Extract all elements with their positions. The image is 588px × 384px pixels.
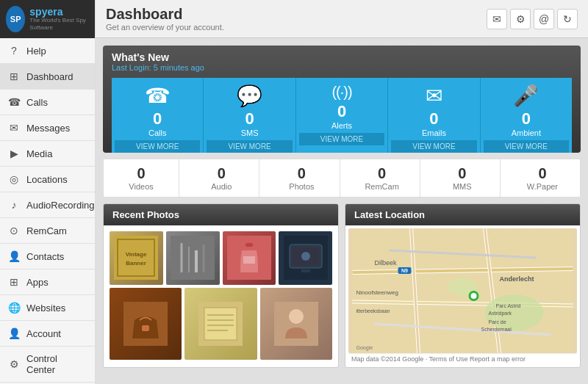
logo-text: spyera	[29, 7, 89, 17]
main-content: Dashboard Get an overview of your accoun…	[96, 0, 588, 384]
audio-count: 0	[187, 165, 256, 182]
svg-rect-10	[245, 243, 253, 247]
stat-alerts: ((·)) 0 Alerts VIEW MORE	[296, 78, 388, 153]
top-bar: Dashboard Get an overview of your accoun…	[96, 0, 588, 38]
photo-4[interactable]	[279, 231, 332, 285]
stat-alerts-label: Alerts	[299, 121, 384, 130]
mms-label: MMS	[428, 182, 497, 191]
latest-location-header: Latest Location	[345, 204, 580, 225]
photos-label: Photos	[267, 182, 336, 191]
stat-calls-label: Calls	[115, 128, 200, 137]
photo-3[interactable]	[223, 231, 276, 285]
sidebar-label-locations: Locations	[26, 174, 68, 185]
videos-label: Videos	[107, 182, 176, 191]
whats-new-section: What's New Last Login: 5 minutes ago ☎ 0…	[103, 46, 581, 153]
stat-alerts-icon: ((·))	[299, 84, 384, 101]
mms-count: 0	[428, 165, 497, 182]
secondary-stats-row: 0 Videos 0 Audio 0 Photos 0 RemCam 0 MMS…	[103, 159, 581, 198]
ambient-view-more[interactable]: VIEW MORE	[484, 140, 569, 153]
stat-sms-count: 0	[207, 109, 292, 128]
whats-new-title: What's New	[112, 51, 572, 63]
photos-count: 0	[267, 165, 336, 182]
svg-text:Vintage: Vintage	[126, 251, 147, 258]
sidebar-item-apps[interactable]: ⊞ Apps	[0, 269, 95, 295]
sidebar-item-messages[interactable]: ✉ Messages	[0, 115, 95, 141]
svg-text:Banner: Banner	[126, 260, 147, 267]
svg-text:Anderlecht: Anderlecht	[500, 275, 534, 283]
refresh-button[interactable]: ↻	[557, 9, 578, 29]
sidebar-item-remcam[interactable]: ⊙ RemCam	[0, 218, 95, 244]
map-footer: Map data ©2014 Google · Terms of Use Rep…	[348, 353, 577, 364]
apps-icon: ⊞	[7, 276, 21, 288]
sec-stat-audio: 0 Audio	[184, 159, 259, 197]
sidebar-item-websites[interactable]: 🌐 Websites	[0, 295, 95, 321]
sidebar-item-controlcenter[interactable]: ⚙ Control Center	[0, 347, 95, 383]
recent-photos-panel: Recent Photos Vintage Banner	[103, 203, 339, 368]
svg-rect-18	[142, 325, 149, 331]
svg-rect-20	[204, 308, 237, 340]
sidebar-label-dashboard: Dashboard	[26, 71, 74, 82]
sidebar-label-messages: Messages	[26, 123, 70, 134]
stat-calls-icon: ☎	[115, 84, 200, 108]
sidebar-label-remcam: RemCam	[26, 225, 67, 236]
sidebar-item-audiorecordings[interactable]: ♪ AudioRecordings	[0, 192, 95, 218]
sidebar-item-account[interactable]: 👤 Account	[0, 321, 95, 347]
recent-photos-header: Recent Photos	[104, 204, 338, 225]
photo-grid-row1: Vintage Banner	[110, 231, 332, 285]
photo-2[interactable]	[166, 231, 220, 285]
stat-calls: ☎ 0 Calls VIEW MORE	[112, 78, 204, 153]
sec-stat-mms: 0 MMS	[425, 159, 501, 197]
sms-view-more[interactable]: VIEW MORE	[207, 140, 292, 153]
logo-icon: SP	[6, 6, 25, 32]
svg-point-26	[289, 309, 304, 324]
svg-text:Parc Astrid: Parc Astrid	[496, 303, 521, 308]
photo-5[interactable]	[110, 288, 182, 360]
contacts-icon: 👤	[7, 250, 21, 262]
sidebar-item-contacts[interactable]: 👤 Contacts	[0, 244, 95, 269]
sec-stat-remcam: 0 RemCam	[345, 159, 420, 197]
remcam-label: RemCam	[348, 182, 417, 191]
sec-stat-wpaper: 0 W.Paper	[505, 159, 580, 197]
page-title-area: Dashboard Get an overview of your accoun…	[106, 6, 224, 32]
calls-icon: ☎	[7, 96, 21, 108]
logo-subtext: The World's Best Spy Software	[29, 17, 89, 31]
remcam-icon: ⊙	[7, 225, 21, 236]
wpaper-label: W.Paper	[508, 182, 577, 191]
controlcenter-icon: ⚙	[7, 358, 21, 370]
sidebar-item-help[interactable]: ? Help	[0, 38, 95, 64]
websites-icon: 🌐	[7, 302, 21, 314]
sidebar-label-controlcenter: Control Center	[26, 353, 87, 375]
alerts-view-more[interactable]: VIEW MORE	[299, 133, 384, 145]
sidebar-item-media[interactable]: ▶ Media	[0, 141, 95, 167]
sidebar-label-account: Account	[26, 328, 61, 339]
stat-emails-count: 0	[391, 109, 476, 128]
svg-text:Astridpark: Astridpark	[489, 311, 512, 316]
stat-emails-label: Emails	[391, 128, 476, 137]
stat-emails-icon: ✉	[391, 84, 476, 108]
stat-ambient-icon: 🎤	[484, 84, 569, 108]
locations-icon: ◎	[7, 173, 21, 185]
logo: SP spyera The World's Best Spy Software	[0, 0, 95, 38]
calls-view-more[interactable]: VIEW MORE	[115, 140, 200, 153]
settings-button[interactable]: ⚙	[510, 9, 531, 29]
stat-ambient-label: Ambient	[484, 128, 569, 137]
sidebar-item-calls[interactable]: ☎ Calls	[0, 90, 95, 115]
stat-alerts-count: 0	[299, 102, 384, 121]
photo-7[interactable]	[260, 288, 332, 360]
photo-6[interactable]	[184, 288, 257, 360]
svg-rect-11	[243, 256, 255, 264]
map-container: Dilbeek Anderlecht Ninoofsteenweg itterb…	[348, 228, 577, 353]
emails-view-more[interactable]: VIEW MORE	[391, 140, 476, 153]
last-login: Last Login: 5 minutes ago	[112, 63, 572, 72]
email-button[interactable]: ✉	[487, 9, 507, 29]
svg-rect-16	[301, 269, 310, 272]
at-button[interactable]: @	[534, 9, 554, 29]
svg-text:Dilbeek: Dilbeek	[375, 259, 398, 267]
page-subtitle: Get an overview of your account.	[106, 23, 224, 32]
sidebar-item-dashboard[interactable]: ⊞ Dashboard	[0, 64, 95, 90]
dashboard-content: What's New Last Login: 5 minutes ago ☎ 0…	[96, 38, 588, 384]
stat-ambient: 🎤 0 Ambient VIEW MORE	[481, 78, 572, 153]
svg-point-15	[301, 252, 310, 261]
photo-1[interactable]: Vintage Banner	[110, 231, 163, 285]
sidebar-item-locations[interactable]: ◎ Locations	[0, 167, 95, 192]
